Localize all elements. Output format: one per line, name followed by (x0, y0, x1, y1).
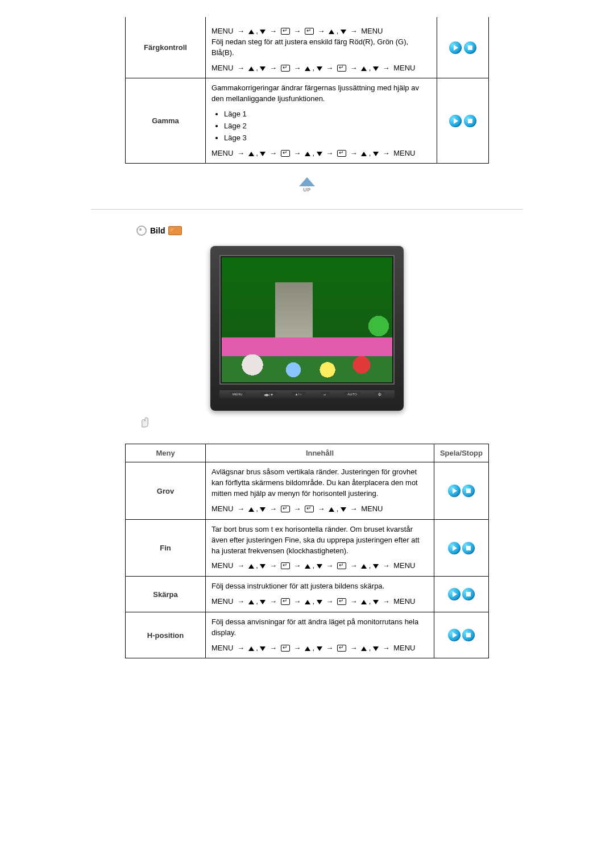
section-header: Bild (136, 226, 523, 236)
list-item: Läge 1 (224, 109, 431, 120)
row-label-gamma: Gamma (126, 78, 206, 164)
row-content-fargkontroll: MENU → , → → → , → MENU Följ nedan steg … (206, 17, 437, 78)
up-triangle-icon (305, 600, 310, 604)
down-triangle-icon (260, 646, 265, 651)
enter-icon (281, 562, 290, 569)
desc-text: Följ dessa anvisningar för att ändra läg… (211, 617, 428, 639)
up-triangle-icon (248, 66, 254, 71)
down-triangle-icon (317, 646, 322, 651)
enter-icon (281, 645, 290, 652)
down-triangle-icon (317, 66, 322, 71)
monitor-button-bar: MENU ◀▶/▼ ▲/☼ ↵ AUTO ⏻ (219, 390, 395, 398)
btn-auto: AUTO (344, 392, 360, 397)
nav-seq: MENU → , → → , → → , → MENU (211, 596, 428, 607)
list-item: Läge 2 (224, 121, 431, 132)
nav-seq: MENU → , → → → , → MENU (211, 26, 431, 37)
up-triangle-icon (305, 646, 310, 651)
picture-icon (168, 226, 182, 235)
controls-cell (434, 612, 488, 658)
col-header-meny: Meny (126, 444, 206, 462)
up-triangle-icon (248, 564, 254, 569)
enter-icon (305, 28, 314, 35)
down-triangle-icon (341, 507, 346, 512)
up-triangle-icon (361, 646, 367, 651)
up-triangle-icon (361, 600, 367, 604)
up-triangle-icon (305, 66, 310, 71)
down-triangle-icon (317, 600, 322, 604)
divider (91, 209, 523, 210)
bild-table: Meny Innehåll Spela/Stopp Grov Avlägsnar… (125, 444, 489, 658)
controls-cell (434, 519, 488, 576)
down-triangle-icon (317, 152, 322, 156)
nav-seq: MENU → , → → , → → , → MENU (211, 148, 431, 159)
desc-text: Avlägsnar brus såsom vertikala ränder. J… (211, 467, 428, 499)
down-triangle-icon (373, 152, 379, 156)
enter-icon (337, 150, 346, 157)
gamma-modes: Läge 1 Läge 2 Läge 3 (224, 109, 431, 144)
stop-button[interactable] (462, 485, 475, 497)
up-triangle-icon (305, 564, 310, 569)
nav-seq: MENU → , → → → , → MENU (211, 504, 428, 515)
up-link[interactable]: UP (297, 177, 317, 194)
row-content-grov: Avlägsnar brus såsom vertikala ränder. J… (206, 462, 434, 519)
row-content-hposition: Följ dessa anvisningar för att ändra läg… (206, 612, 434, 658)
row-label-skarpa: Skärpa (126, 577, 206, 612)
page-root: Färgkontroll MENU → , → → → , → MENU Föl… (91, 17, 523, 658)
stop-button[interactable] (462, 542, 475, 554)
up-triangle-icon (248, 600, 254, 604)
list-item: Läge 3 (224, 133, 431, 144)
top-table: Färgkontroll MENU → , → → → , → MENU Föl… (125, 17, 489, 164)
row-content-gamma: Gammakorrigeringar ändrar färgernas ljus… (206, 78, 437, 164)
monitor-screen (219, 255, 395, 385)
controls-cell (437, 17, 489, 78)
enter-icon (281, 65, 290, 72)
up-triangle-icon (248, 30, 254, 34)
down-triangle-icon (341, 30, 346, 34)
up-triangle-icon (329, 30, 334, 34)
enter-icon (305, 506, 314, 512)
play-button[interactable] (448, 485, 460, 497)
up-triangle-icon (361, 564, 367, 569)
play-button[interactable] (449, 115, 462, 127)
enter-icon (281, 598, 290, 605)
up-triangle-icon (361, 66, 367, 71)
stop-button[interactable] (462, 588, 475, 600)
monitor-bezel: MENU ◀▶/▼ ▲/☼ ↵ AUTO ⏻ (210, 246, 404, 411)
down-triangle-icon (260, 30, 265, 34)
stop-button[interactable] (462, 629, 475, 641)
stop-button[interactable] (464, 41, 476, 54)
stop-button[interactable] (464, 115, 476, 127)
btn-menu: MENU (229, 392, 246, 397)
col-header-spela: Spela/Stopp (434, 444, 488, 462)
row-label-fin: Fin (126, 519, 206, 576)
desc-text: Följ dessa instruktioner för att justera… (211, 581, 428, 592)
down-triangle-icon (260, 152, 265, 156)
play-button[interactable] (448, 588, 460, 600)
up-arrow-icon (299, 177, 315, 186)
enter-icon (337, 598, 346, 605)
play-button[interactable] (449, 41, 462, 54)
down-triangle-icon (260, 507, 265, 512)
row-label-hposition: H-position (126, 612, 206, 658)
enter-icon (281, 28, 290, 35)
up-triangle-icon (248, 152, 254, 156)
down-triangle-icon (373, 646, 379, 651)
up-label: UP (297, 187, 317, 193)
monitor-figure: MENU ◀▶/▼ ▲/☼ ↵ AUTO ⏻ (91, 246, 523, 431)
controls-cell (434, 462, 488, 519)
up-triangle-icon (248, 646, 254, 651)
hand-icon (136, 414, 154, 431)
desc-text: Följ nedan steg för att justera enskild … (211, 37, 431, 59)
down-triangle-icon (260, 600, 265, 604)
desc-text: Gammakorrigeringar ändrar färgernas ljus… (211, 83, 431, 105)
play-button[interactable] (448, 629, 460, 641)
row-label-fargkontroll: Färgkontroll (126, 17, 206, 78)
play-button[interactable] (448, 542, 460, 554)
row-content-fin: Tar bort brus som t ex horisontella ränd… (206, 519, 434, 576)
row-content-skarpa: Följ dessa instruktioner för att justera… (206, 577, 434, 612)
enter-icon (281, 506, 290, 512)
up-triangle-icon (361, 152, 367, 156)
down-triangle-icon (317, 564, 322, 569)
nav-seq: MENU → , → → , → → , → MENU (211, 643, 428, 654)
down-triangle-icon (373, 600, 379, 604)
